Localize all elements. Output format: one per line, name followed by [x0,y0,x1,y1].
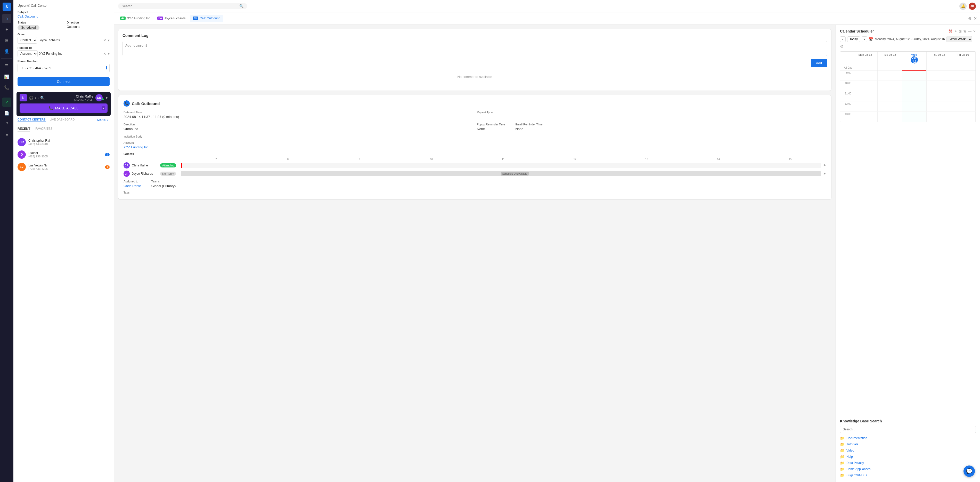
live-dashboard-tab[interactable]: LIVE DASHBOARD [50,118,75,122]
guest-clear-btn[interactable]: ✕ [103,38,106,42]
cal-icon1[interactable]: ⏰ [948,29,952,33]
contact-item[interactable]: CR Christopher Raf (412) 443-3318 [13,136,114,148]
contact-avatar: CR [18,138,26,146]
kb-item-video[interactable]: 📁 Video [840,448,976,453]
call-detail-card: 📞 Call: Outbound Date and Time 2024-08-1… [118,95,832,200]
kb-item-home-appliances[interactable]: 📁 Home Appliances [840,466,976,472]
related-clear-btn[interactable]: ✕ [103,52,106,56]
nav-chart[interactable]: 📊 [2,72,11,81]
assigned-to-label: Assigned to [124,180,141,183]
comment-log-title: Comment Log [123,33,827,38]
account-value[interactable]: XYZ Funding Inc [124,145,826,149]
kb-item-data-privacy[interactable]: 📁 Data Privacy [840,460,976,466]
cal-day-header: Tue 08-13 [878,52,902,65]
kb-item-tutorials[interactable]: 📁 Tutorials [840,442,976,447]
nav-check[interactable]: ✓ [2,97,11,107]
nav-phone[interactable]: 📞 [2,83,11,92]
cal-view-select[interactable]: Work Week Week Day [947,36,972,42]
nav-add[interactable]: ＋ [2,25,11,34]
make-call-dropdown-icon[interactable]: ▾ [102,106,105,110]
add-comment-button[interactable]: Add [811,59,827,67]
guest-eye-icon[interactable]: 👁 [822,172,826,176]
chat-fab-button[interactable]: 💬 [964,466,975,477]
contact-avatar: D [18,150,26,159]
nav-contacts[interactable]: 👤 [2,46,11,56]
contact-item[interactable]: D Dialbot (415) 938-9005 4 [13,148,114,161]
related-expand-btn[interactable]: ▾ [108,52,110,56]
comment-input[interactable] [123,41,827,56]
nav-layers[interactable]: ≡ [2,130,11,139]
nav-apps[interactable]: ⊞ [2,36,11,45]
kb-item-documentation[interactable]: 📁 Documentation [840,436,976,441]
timeline-num: 11 [467,158,539,161]
phone-info-icon[interactable]: ℹ [106,65,107,70]
contact-centers-tab[interactable]: CONTACT CENTERS [18,118,46,122]
favorites-tab[interactable]: FAVORITES [35,127,52,132]
cal-prev-btn[interactable]: ‹ [840,37,846,42]
timeline-num: 13 [611,158,682,161]
cal-time-row: 10:00 [840,81,975,91]
timeline-num: 10 [396,158,467,161]
make-call-button[interactable]: 📞 MAKE A CALL ▾ [20,104,108,113]
tab-action-icon[interactable]: ⊕ [968,16,972,21]
guest-eye-icon[interactable]: 👁 [822,164,826,168]
cal-icon2[interactable]: ＋ [954,29,957,34]
svg-text:S: S [5,5,8,9]
timeline-num: 8 [252,158,324,161]
cal-close-icon[interactable]: ✕ [973,29,976,33]
dialer-headset-icon[interactable]: 🎧 [29,96,33,100]
assigned-row: Assigned to Chris Raffle Teams Global (P… [124,180,826,188]
connect-button[interactable]: Connect [18,77,110,86]
popup-reminder-label: Popup Reminder Time [477,123,505,126]
tab-call-outbound[interactable]: Ca Call: Outbound [190,15,224,22]
user-avatar[interactable]: JR [969,3,976,10]
contact-item[interactable]: LV Las Vegas Nv (725) 433-4206 1 [13,161,114,173]
logo[interactable]: S [3,3,11,11]
recents-tabs: RECENT FAVORITES [13,124,114,134]
related-type-select[interactable]: Account [18,50,38,57]
guest-expand-btn[interactable]: ▾ [108,38,110,42]
cal-time-label: 13:00 [840,112,853,122]
kb-item-help[interactable]: 📁 Help [840,454,976,459]
tab-action-icon2[interactable]: ✕ [974,16,977,21]
subject-label: Subject [18,11,110,14]
direction-label: Direction [124,123,473,126]
calendar-section: Calendar Scheduler ⏰ ＋ ⊠ ⌘ — ✕ ‹ Today ›… [836,25,980,415]
contact-avatar: LV [18,163,26,171]
timeline-num: 15 [754,158,826,161]
guest-type-select[interactable]: Contact [18,37,37,44]
kb-title: Knowledge Base Search [840,419,976,423]
search-input[interactable] [122,4,239,8]
tab-xyz-funding[interactable]: Ac XYZ Funding Inc [117,15,153,22]
contact-list: CR Christopher Raf (412) 443-3318 D Dial… [13,134,114,175]
contact-name: Christopher Raf [29,139,110,142]
nav-filter[interactable]: ☰ [2,61,11,70]
contact-name: Dialbot [29,151,102,155]
nav-doc[interactable]: 📄 [2,109,11,118]
cal-gear-btn[interactable]: ⚙ [840,44,843,49]
cal-today-btn[interactable]: Today [847,37,860,42]
assigned-to-value[interactable]: Chris Raffle [124,184,141,188]
kb-search-input[interactable] [840,426,976,433]
tabs-bar: Ac XYZ Funding Inc Co Joyce Richards Ca … [114,13,980,25]
cal-icon3[interactable]: ⊠ [959,29,962,33]
cal-time-label: 12:00 [840,101,853,112]
manage-link[interactable]: MANAGE [97,118,110,121]
nav-home[interactable]: ⌂ [2,14,11,23]
cal-next-btn[interactable]: › [862,37,867,42]
dialer-search-icon[interactable]: 🔍 [40,96,45,100]
recent-tab[interactable]: RECENT [18,127,30,132]
cal-icon4[interactable]: ⌘ [963,29,967,33]
guest-name: Joyce Richards [39,38,102,42]
dialer-next-icon[interactable]: › [38,96,39,100]
bell-icon[interactable]: 🔔 [959,3,967,10]
contact-badge: 4 [105,153,110,156]
guest-label: Guest [18,33,110,36]
date-time-value: 2024-08-14 11:37 - 11:37 (0 minutes) [124,115,473,119]
nav-help[interactable]: ? [2,119,11,129]
dialer-menu-icon[interactable]: ▾ [106,96,108,100]
tab-joyce-richards[interactable]: Co Joyce Richards [154,15,189,22]
dialer-prev-icon[interactable]: ‹ [35,96,36,100]
kb-item-sugarcrm-kb[interactable]: 📁 SugarCRM KB [840,473,976,478]
cal-icon5[interactable]: — [968,29,972,33]
